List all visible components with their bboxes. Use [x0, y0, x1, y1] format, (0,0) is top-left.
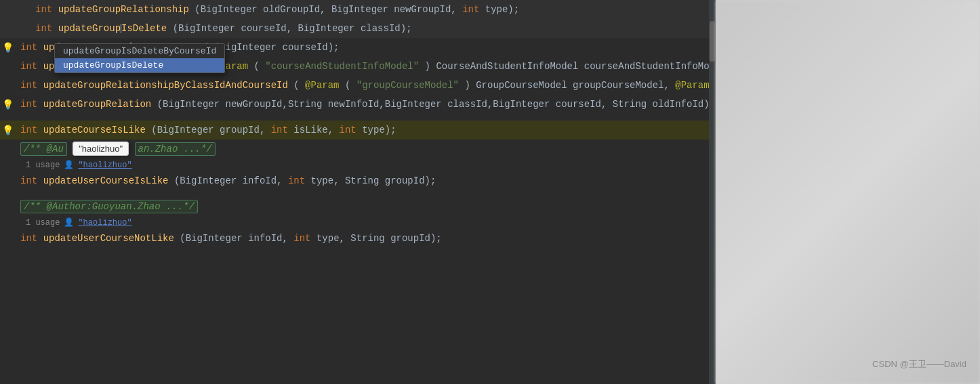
code-content: int updateGroupRelationshipByClassIdAndC… — [15, 77, 716, 94]
code-line: /** @Au "haolizhuo" an.Zhao ...*/ — [0, 140, 716, 158]
code-text: (BigInteger oldGroupId, BigInteger newGr… — [195, 4, 462, 15]
code-content: /** @Au "haolizhuo" an.Zhao ...*/ — [15, 140, 716, 158]
keyword: int — [20, 80, 37, 91]
keyword: int — [340, 125, 356, 135]
method-name: updateGroupRelationshipByClassIdAndCours… — [43, 80, 288, 91]
comment-block: /** @Author:Guoyuan.Zhao ...*/ — [20, 200, 198, 213]
code-text: (BigInteger infoId, — [180, 233, 293, 244]
code-text: ( — [345, 80, 350, 91]
user-icon: 👤 — [64, 160, 74, 170]
usage-link[interactable]: "haolizhuo" — [78, 218, 131, 228]
code-text: ( — [254, 61, 260, 72]
method-name: IsDelete — [121, 23, 167, 34]
autocomplete-item[interactable]: updateGroupIsDeleteByCourseId — [55, 44, 224, 58]
right-panel: CSDN @王卫——David — [716, 0, 980, 384]
keyword: int — [20, 99, 37, 110]
code-line: 💡 int updateCourseIsLike (BigInteger gro… — [0, 121, 716, 140]
method-name: updateGroup — [58, 23, 121, 34]
string-value: "groupCourseModel" — [356, 80, 459, 91]
vertical-scrollbar[interactable] — [709, 0, 716, 384]
method-name: updateUserCourseIsLike — [43, 175, 169, 186]
editor-container: int updateGroupRelationship (BigInteger … — [0, 0, 980, 384]
string-value: "courseAndStudentInfoModel" — [265, 61, 419, 72]
keyword: int — [293, 233, 310, 244]
method-name: updateUserCourseNotLike — [43, 233, 174, 244]
code-line: /** @Author:Guoyuan.Zhao ...*/ — [0, 197, 716, 216]
code-text: ) GroupCourseModel groupCourseModel, — [464, 80, 675, 91]
tooltip-container: "haolizhuo" — [73, 140, 129, 158]
code-content: int updateGroupRelation (BigInteger newG… — [15, 95, 716, 113]
code-content: int updateGroupIsDelete (BigInteger cour… — [15, 20, 716, 37]
usage-line: 1 usage 👤 "haolizhuo" — [0, 160, 716, 170]
code-text: ) CourseAndStudentInfoModel courseAndStu… — [425, 61, 716, 72]
code-line: int updateGroupIsDelete (BigInteger cour… — [0, 19, 716, 38]
annotation: @Param — [675, 80, 709, 91]
code-line: 💡 int updateGroupRelation (BigInteger ne… — [0, 95, 716, 114]
code-panel: int updateGroupRelationship (BigInteger … — [0, 0, 716, 384]
keyword: int — [20, 125, 37, 135]
code-text: (BigInteger groupId, — [151, 125, 270, 135]
code-content: int updateCourseIsLike (BigInteger group… — [15, 121, 716, 139]
code-text: ( — [293, 80, 299, 91]
annotation: @Param — [305, 80, 339, 91]
keyword: int — [462, 4, 479, 15]
separator — [0, 190, 716, 197]
code-content: /** @Author:Guoyuan.Zhao ...*/ — [15, 198, 716, 215]
comment-block-rest: an.Zhao ...*/ — [135, 142, 216, 156]
code-content: int updateGroupRelationship (BigInteger … — [15, 1, 716, 18]
code-text: isLike, — [293, 125, 339, 135]
code-line: int updateGroupRelationshipByClassIdAndC… — [0, 76, 716, 95]
code-text: (BigInteger newGroupId,String newInfoId,… — [157, 99, 715, 110]
keyword: int — [35, 23, 52, 34]
code-line: int updateUserCourseIsLike (BigInteger i… — [0, 171, 716, 190]
tooltip-popup: "haolizhuo" — [73, 142, 129, 156]
method-name: updateCourseIsLike — [43, 125, 146, 135]
code-content: int updateUserCourseNotLike (BigInteger … — [15, 230, 716, 247]
gutter-icon-bulb[interactable]: 💡 — [0, 125, 15, 136]
method-name: updateGroupRelationship — [58, 4, 189, 15]
keyword: int — [20, 42, 37, 53]
usage-count: 1 usage — [26, 161, 60, 170]
code-text: (BigInteger courseId, BigInteger classId… — [173, 23, 412, 34]
comment-block: /** @Au — [20, 142, 67, 156]
gutter-icon-bulb[interactable]: 💡 — [0, 42, 15, 54]
scrollbar-thumb[interactable] — [710, 21, 715, 62]
keyword: int — [35, 4, 52, 15]
code-text: (BigInteger infoId, — [174, 175, 288, 186]
gutter-icon-bulb[interactable]: 💡 — [0, 99, 15, 110]
code-content: int updateUserCourseIsLike (BigInteger i… — [15, 172, 716, 190]
code-line: int updateGroupRelationship (BigInteger … — [0, 0, 716, 19]
code-text: type, String groupId); — [317, 233, 442, 244]
code-text: type, String groupId); — [311, 175, 436, 186]
keyword: int — [271, 125, 288, 135]
usage-count: 1 usage — [26, 218, 60, 228]
code-text: type); — [485, 4, 519, 15]
right-panel-content — [716, 0, 980, 384]
watermark: CSDN @王卫——David — [872, 358, 966, 370]
autocomplete-popup[interactable]: updateGroupIsDeleteByCourseId updateGrou… — [54, 43, 225, 73]
keyword: int — [288, 175, 305, 186]
autocomplete-item-selected[interactable]: updateGroupIsDelete — [55, 58, 224, 72]
method-name: updateGroupRelation — [43, 99, 152, 110]
user-icon: 👤 — [64, 217, 74, 228]
code-line: int updateUserCourseNotLike (BigInteger … — [0, 229, 716, 248]
usage-link[interactable]: "haolizhuo" — [78, 161, 131, 170]
separator — [0, 114, 716, 121]
keyword: int — [20, 61, 37, 72]
keyword: int — [20, 175, 37, 186]
usage-line: 1 usage 👤 "haolizhuo" — [0, 217, 716, 228]
keyword: int — [20, 233, 37, 244]
code-text: (BigInteger courseId); — [214, 42, 340, 53]
code-text: type); — [362, 125, 396, 135]
